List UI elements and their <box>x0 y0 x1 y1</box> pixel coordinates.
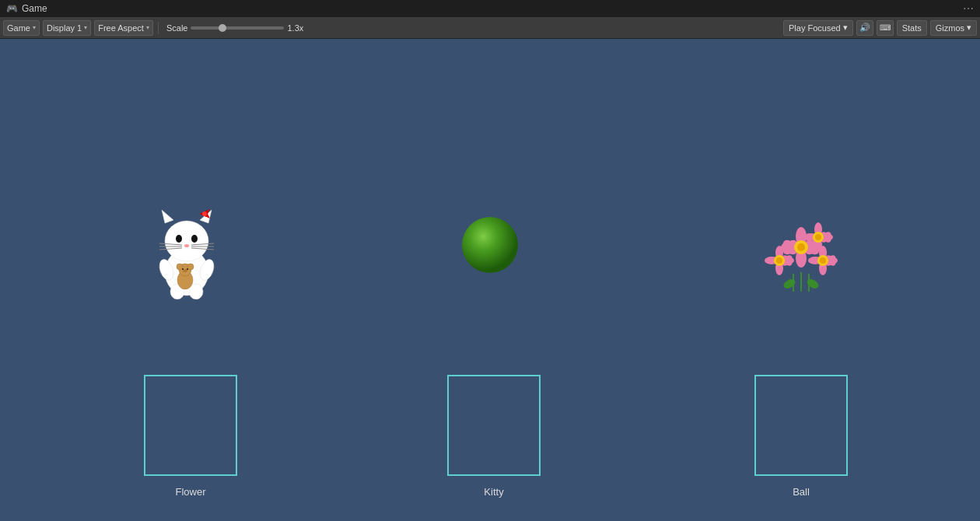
flower-selection-box[interactable] <box>144 375 237 476</box>
toolbar: Game ▾ Display 1 ▾ Free Aspect ▾ Scale 1… <box>0 17 980 39</box>
svg-point-9 <box>184 244 189 247</box>
game-viewport: Flower Kitty Ball <box>0 39 980 521</box>
svg-point-7 <box>176 235 182 243</box>
flower-sprite <box>762 218 840 303</box>
svg-point-22 <box>177 264 183 270</box>
svg-point-26 <box>187 268 188 270</box>
scale-label: Scale <box>166 23 188 33</box>
title-label: Game <box>22 3 47 14</box>
svg-point-27 <box>462 217 518 273</box>
keyboard-button[interactable]: ⌨ <box>877 20 894 36</box>
display-select[interactable]: Display 1 ▾ <box>43 20 91 36</box>
game-dropdown-arrow: ▾ <box>33 24 36 31</box>
aspect-dropdown-arrow: ▾ <box>146 24 149 31</box>
svg-point-66 <box>806 278 821 291</box>
audio-icon: 🔊 <box>859 23 870 33</box>
scale-slider-container: 1.3x <box>191 23 303 33</box>
title-bar-menu[interactable]: ⋯ <box>963 2 974 15</box>
gizmos-arrow: ▾ <box>967 23 971 33</box>
aspect-select[interactable]: Free Aspect ▾ <box>94 20 153 36</box>
svg-point-8 <box>191 235 198 243</box>
svg-point-25 <box>182 268 184 270</box>
svg-point-24 <box>183 269 187 272</box>
svg-point-6 <box>202 212 207 216</box>
scale-value: 1.3x <box>287 23 303 33</box>
svg-point-40 <box>797 243 805 251</box>
divider-1 <box>158 22 159 34</box>
play-focused-arrow: ▾ <box>843 23 848 33</box>
game-select[interactable]: Game ▾ <box>3 20 40 36</box>
kitty-selection-box[interactable] <box>447 375 541 476</box>
game-icon: 🎮 <box>6 3 17 14</box>
scale-slider-thumb[interactable] <box>219 24 226 32</box>
audio-button[interactable]: 🔊 <box>856 20 873 36</box>
ball-selection-box[interactable] <box>754 375 848 476</box>
svg-point-48 <box>776 257 782 264</box>
gizmos-button[interactable]: Gizmos ▾ <box>930 20 977 36</box>
display-dropdown-arrow: ▾ <box>84 24 87 31</box>
keyboard-icon: ⌨ <box>880 23 891 32</box>
ball-label: Ball <box>754 486 848 498</box>
play-focused-button[interactable]: Play Focused ▾ <box>783 20 853 36</box>
stats-button[interactable]: Stats <box>897 20 927 36</box>
kitty-label: Kitty <box>447 486 541 498</box>
svg-point-56 <box>820 257 826 264</box>
svg-point-1 <box>165 221 208 261</box>
kitty-sprite <box>148 206 226 299</box>
svg-marker-2 <box>162 210 173 223</box>
ball-sprite <box>459 214 521 276</box>
svg-point-23 <box>187 264 194 270</box>
svg-point-65 <box>782 278 797 291</box>
flower-label: Flower <box>144 486 237 498</box>
svg-point-64 <box>815 234 821 240</box>
scale-slider[interactable] <box>191 26 284 30</box>
title-bar: 🎮 Game ⋯ <box>0 0 980 17</box>
